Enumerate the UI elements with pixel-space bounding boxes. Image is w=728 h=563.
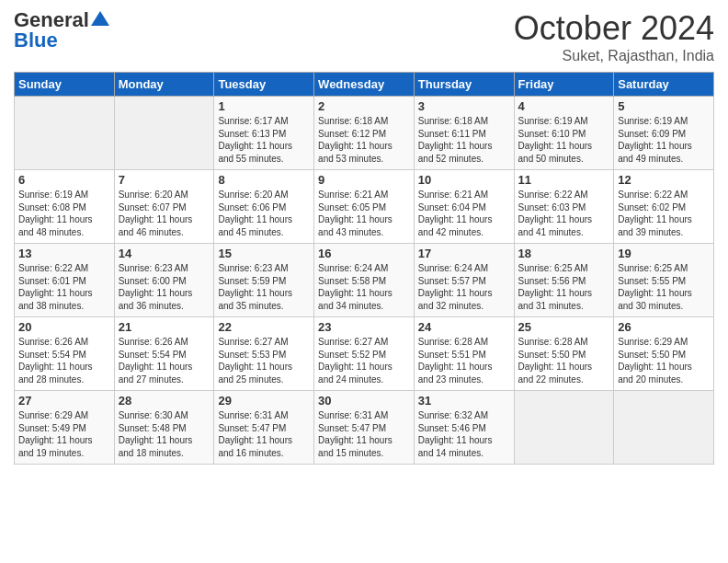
- day-number: 24: [418, 320, 510, 334]
- logo: General Blue: [14, 9, 109, 51]
- cell-content: Sunrise: 6:19 AM Sunset: 6:09 PM Dayligh…: [618, 115, 710, 165]
- day-number: 14: [119, 247, 210, 260]
- cell-content: Sunrise: 6:22 AM Sunset: 6:01 PM Dayligh…: [18, 262, 110, 312]
- cell-content: Sunrise: 6:25 AM Sunset: 5:55 PM Dayligh…: [618, 262, 710, 312]
- day-number: 28: [119, 394, 210, 408]
- cell-content: Sunrise: 6:30 AM Sunset: 5:48 PM Dayligh…: [119, 409, 210, 459]
- calendar-cell: 18Sunrise: 6:25 AM Sunset: 5:56 PM Dayli…: [514, 244, 614, 317]
- calendar-cell: 24Sunrise: 6:28 AM Sunset: 5:51 PM Dayli…: [414, 317, 514, 391]
- cell-content: Sunrise: 6:28 AM Sunset: 5:51 PM Dayligh…: [418, 336, 510, 385]
- calendar-cell: 25Sunrise: 6:28 AM Sunset: 5:50 PM Dayli…: [514, 317, 614, 391]
- cell-content: Sunrise: 6:19 AM Sunset: 6:10 PM Dayligh…: [518, 115, 610, 165]
- day-number: 29: [218, 394, 310, 408]
- week-row-1: 1Sunrise: 6:17 AM Sunset: 6:13 PM Daylig…: [15, 97, 714, 170]
- calendar-cell: 7Sunrise: 6:20 AM Sunset: 6:07 PM Daylig…: [114, 170, 214, 244]
- cell-content: Sunrise: 6:27 AM Sunset: 5:52 PM Dayligh…: [318, 336, 410, 385]
- calendar-cell: 29Sunrise: 6:31 AM Sunset: 5:47 PM Dayli…: [214, 391, 314, 465]
- calendar-cell: [614, 391, 714, 465]
- days-header-row: SundayMondayTuesdayWednesdayThursdayFrid…: [15, 73, 714, 97]
- logo-icon: [91, 9, 109, 28]
- cell-content: Sunrise: 6:25 AM Sunset: 5:56 PM Dayligh…: [518, 262, 610, 312]
- cell-content: Sunrise: 6:28 AM Sunset: 5:50 PM Dayligh…: [518, 336, 610, 385]
- day-number: 23: [318, 320, 410, 334]
- title-block: October 2024 Suket, Rajasthan, India: [514, 9, 714, 64]
- calendar-cell: 1Sunrise: 6:17 AM Sunset: 6:13 PM Daylig…: [214, 97, 314, 170]
- day-number: 21: [119, 320, 210, 334]
- cell-content: Sunrise: 6:32 AM Sunset: 5:46 PM Dayligh…: [418, 409, 510, 459]
- calendar-cell: 4Sunrise: 6:19 AM Sunset: 6:10 PM Daylig…: [514, 97, 614, 170]
- logo-general-text: General: [14, 10, 89, 30]
- day-header-friday: Friday: [514, 73, 614, 97]
- day-number: 26: [618, 320, 710, 334]
- day-number: 1: [218, 99, 310, 113]
- week-row-2: 6Sunrise: 6:19 AM Sunset: 6:08 PM Daylig…: [15, 170, 714, 244]
- cell-content: Sunrise: 6:18 AM Sunset: 6:12 PM Dayligh…: [318, 115, 410, 165]
- day-header-thursday: Thursday: [414, 73, 514, 97]
- cell-content: Sunrise: 6:23 AM Sunset: 6:00 PM Dayligh…: [119, 262, 210, 312]
- cell-content: Sunrise: 6:31 AM Sunset: 5:47 PM Dayligh…: [218, 409, 310, 459]
- cell-content: Sunrise: 6:22 AM Sunset: 6:03 PM Dayligh…: [518, 189, 610, 238]
- week-row-3: 13Sunrise: 6:22 AM Sunset: 6:01 PM Dayli…: [15, 244, 714, 317]
- day-number: 9: [318, 173, 410, 187]
- calendar-cell: 27Sunrise: 6:29 AM Sunset: 5:49 PM Dayli…: [15, 391, 115, 465]
- day-header-saturday: Saturday: [614, 73, 714, 97]
- month-title: October 2024: [514, 9, 714, 48]
- cell-content: Sunrise: 6:20 AM Sunset: 6:06 PM Dayligh…: [218, 189, 310, 238]
- calendar-cell: 31Sunrise: 6:32 AM Sunset: 5:46 PM Dayli…: [414, 391, 514, 465]
- calendar-cell: 5Sunrise: 6:19 AM Sunset: 6:09 PM Daylig…: [614, 97, 714, 170]
- day-number: 11: [518, 173, 610, 187]
- day-number: 8: [218, 173, 310, 187]
- day-number: 16: [318, 247, 410, 260]
- calendar-cell: 11Sunrise: 6:22 AM Sunset: 6:03 PM Dayli…: [514, 170, 614, 244]
- calendar-cell: 13Sunrise: 6:22 AM Sunset: 6:01 PM Dayli…: [15, 244, 115, 317]
- cell-content: Sunrise: 6:26 AM Sunset: 5:54 PM Dayligh…: [119, 336, 210, 385]
- cell-content: Sunrise: 6:18 AM Sunset: 6:11 PM Dayligh…: [418, 115, 510, 165]
- week-row-5: 27Sunrise: 6:29 AM Sunset: 5:49 PM Dayli…: [15, 391, 714, 465]
- day-header-tuesday: Tuesday: [214, 73, 314, 97]
- day-number: 20: [18, 320, 110, 334]
- day-number: 27: [18, 394, 110, 408]
- day-number: 7: [119, 173, 210, 187]
- day-number: 6: [18, 173, 110, 187]
- day-number: 2: [318, 99, 410, 113]
- day-number: 15: [218, 247, 310, 260]
- calendar-cell: 26Sunrise: 6:29 AM Sunset: 5:50 PM Dayli…: [614, 317, 714, 391]
- calendar-cell: 9Sunrise: 6:21 AM Sunset: 6:05 PM Daylig…: [314, 170, 415, 244]
- day-number: 30: [318, 394, 410, 408]
- calendar-cell: 14Sunrise: 6:23 AM Sunset: 6:00 PM Dayli…: [114, 244, 214, 317]
- cell-content: Sunrise: 6:21 AM Sunset: 6:04 PM Dayligh…: [418, 189, 510, 238]
- day-number: 4: [518, 99, 610, 113]
- day-number: 31: [418, 394, 510, 408]
- day-number: 10: [418, 173, 510, 187]
- calendar-cell: [114, 97, 214, 170]
- cell-content: Sunrise: 6:20 AM Sunset: 6:07 PM Dayligh…: [119, 189, 210, 238]
- svg-marker-0: [91, 11, 109, 26]
- day-header-monday: Monday: [114, 73, 214, 97]
- calendar-cell: 30Sunrise: 6:31 AM Sunset: 5:47 PM Dayli…: [314, 391, 415, 465]
- cell-content: Sunrise: 6:29 AM Sunset: 5:50 PM Dayligh…: [618, 336, 710, 385]
- week-row-4: 20Sunrise: 6:26 AM Sunset: 5:54 PM Dayli…: [15, 317, 714, 391]
- calendar-cell: 6Sunrise: 6:19 AM Sunset: 6:08 PM Daylig…: [15, 170, 115, 244]
- calendar-cell: 20Sunrise: 6:26 AM Sunset: 5:54 PM Dayli…: [15, 317, 115, 391]
- cell-content: Sunrise: 6:27 AM Sunset: 5:53 PM Dayligh…: [218, 336, 310, 385]
- calendar-cell: 2Sunrise: 6:18 AM Sunset: 6:12 PM Daylig…: [314, 97, 415, 170]
- calendar-cell: 12Sunrise: 6:22 AM Sunset: 6:02 PM Dayli…: [614, 170, 714, 244]
- day-number: 19: [618, 247, 710, 260]
- day-number: 25: [518, 320, 610, 334]
- calendar-cell: [514, 391, 614, 465]
- calendar-cell: 3Sunrise: 6:18 AM Sunset: 6:11 PM Daylig…: [414, 97, 514, 170]
- cell-content: Sunrise: 6:24 AM Sunset: 5:58 PM Dayligh…: [318, 262, 410, 312]
- calendar-cell: 10Sunrise: 6:21 AM Sunset: 6:04 PM Dayli…: [414, 170, 514, 244]
- day-header-sunday: Sunday: [15, 73, 115, 97]
- calendar-cell: 15Sunrise: 6:23 AM Sunset: 5:59 PM Dayli…: [214, 244, 314, 317]
- cell-content: Sunrise: 6:29 AM Sunset: 5:49 PM Dayligh…: [18, 409, 110, 459]
- calendar-cell: 23Sunrise: 6:27 AM Sunset: 5:52 PM Dayli…: [314, 317, 415, 391]
- day-number: 13: [18, 247, 110, 260]
- cell-content: Sunrise: 6:26 AM Sunset: 5:54 PM Dayligh…: [18, 336, 110, 385]
- day-number: 22: [218, 320, 310, 334]
- logo-blue-text: Blue: [14, 29, 58, 52]
- calendar-cell: 16Sunrise: 6:24 AM Sunset: 5:58 PM Dayli…: [314, 244, 415, 317]
- day-number: 18: [518, 247, 610, 260]
- day-number: 5: [618, 99, 710, 113]
- calendar-cell: 22Sunrise: 6:27 AM Sunset: 5:53 PM Dayli…: [214, 317, 314, 391]
